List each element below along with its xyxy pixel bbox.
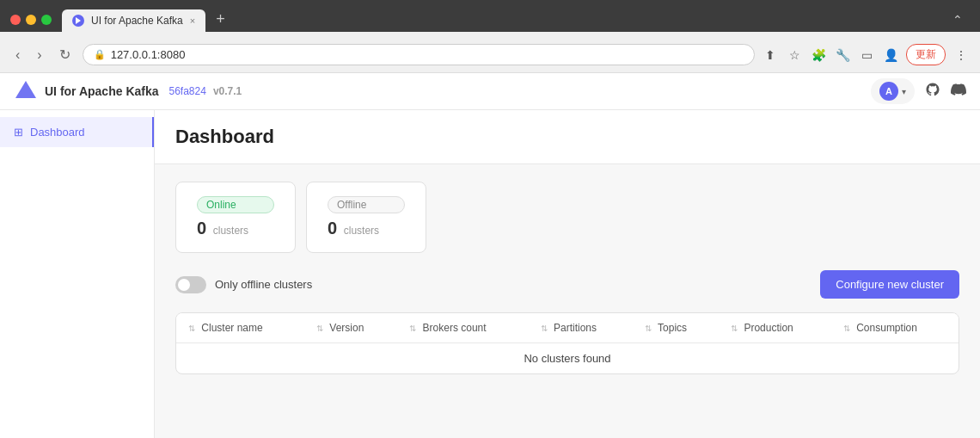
app-header: UI for Apache Kafka 56fa824 v0.7.1 A ▾: [0, 73, 980, 110]
stats-row: Online 0 clusters Offline 0 clusters: [175, 182, 959, 253]
col-partitions[interactable]: ⇅ Partitions: [529, 313, 633, 343]
app-body: ⊞ Dashboard Dashboard Online 0 clusters: [0, 110, 980, 438]
sort-icon-partitions: ⇅: [541, 324, 548, 333]
refresh-button[interactable]: ↻: [54, 45, 76, 65]
svg-marker-0: [76, 17, 81, 24]
table-header: ⇅ Cluster name ⇅ Version ⇅ Brokers count: [176, 313, 959, 343]
minimize-traffic-light[interactable]: [26, 15, 36, 25]
tab-title: UI for Apache Kafka: [91, 15, 183, 27]
app-version-number: v0.7.1: [213, 85, 242, 97]
header-right: A ▾: [871, 78, 966, 104]
discord-icon[interactable]: [951, 82, 966, 101]
online-badge: Online: [197, 196, 274, 213]
dashboard-icon: ⊞: [14, 126, 23, 139]
col-consumption[interactable]: ⇅ Consumption: [831, 313, 959, 343]
dashboard-body: Online 0 clusters Offline 0 clusters: [155, 164, 980, 392]
col-label-partitions: Partitions: [554, 322, 597, 334]
col-label-production: Production: [744, 322, 793, 334]
kafka-logo-icon: [14, 79, 38, 103]
browser-toolbar: ‹ › ↻ 🔒 127.0.0.1:8080 ⬆ ☆ 🧩 🔧 ▭ 👤 更新 ⋮: [0, 37, 980, 73]
forward-button[interactable]: ›: [32, 46, 46, 65]
browser-tabs: UI for Apache Kafka × +: [62, 7, 952, 32]
col-label-topics: Topics: [658, 322, 687, 334]
sidebar-toggle-icon[interactable]: ▭: [858, 46, 875, 64]
close-traffic-light[interactable]: [10, 15, 21, 25]
maximize-traffic-light[interactable]: [41, 15, 52, 25]
col-brokers-count[interactable]: ⇅ Brokers count: [397, 313, 528, 343]
table-body: No clusters found: [176, 343, 959, 374]
browser-titlebar: UI for Apache Kafka × + ⌃: [10, 7, 970, 32]
update-button[interactable]: 更新: [906, 44, 946, 65]
sort-icon-cluster-name: ⇅: [188, 324, 195, 333]
online-clusters-card: Online 0 clusters: [175, 182, 296, 253]
app-container: UI for Apache Kafka 56fa824 v0.7.1 A ▾ ⊞…: [0, 73, 980, 438]
col-production[interactable]: ⇅ Production: [719, 313, 831, 343]
address-text: 127.0.0.1:8080: [111, 48, 186, 61]
table-header-row: ⇅ Cluster name ⇅ Version ⇅ Brokers count: [176, 313, 959, 343]
security-lock-icon: 🔒: [94, 49, 106, 60]
clusters-table: ⇅ Cluster name ⇅ Version ⇅ Brokers count: [176, 313, 959, 373]
col-topics[interactable]: ⇅ Topics: [633, 313, 719, 343]
address-bar[interactable]: 🔒 127.0.0.1:8080: [83, 44, 755, 65]
more-options-icon[interactable]: ⋮: [952, 46, 970, 64]
empty-message: No clusters found: [176, 343, 959, 374]
active-tab[interactable]: UI for Apache Kafka ×: [62, 9, 205, 32]
sort-icon-consumption: ⇅: [843, 324, 850, 333]
offline-count: 0: [328, 219, 337, 238]
share-icon[interactable]: ⬆: [762, 46, 779, 64]
chevron-down-icon: ▾: [902, 87, 906, 96]
sort-icon-brokers: ⇅: [409, 324, 416, 333]
offline-badge: Offline: [328, 196, 405, 213]
configure-new-cluster-button[interactable]: Configure new cluster: [820, 270, 959, 299]
new-tab-button[interactable]: +: [209, 7, 232, 32]
online-count: 0: [197, 219, 206, 238]
svg-marker-1: [15, 81, 36, 98]
user-avatar: A: [879, 82, 898, 101]
empty-state-row: No clusters found: [176, 343, 959, 374]
col-label-consumption: Consumption: [856, 322, 917, 334]
controls-row: Only offline clusters Configure new clus…: [175, 270, 959, 299]
toggle-group: Only offline clusters: [175, 276, 312, 293]
github-icon[interactable]: [925, 82, 940, 101]
col-label-brokers: Brokers count: [423, 322, 487, 334]
page-title: Dashboard: [175, 126, 959, 148]
sort-icon-topics: ⇅: [645, 324, 652, 333]
sidebar: ⊞ Dashboard: [0, 110, 155, 438]
sidebar-item-label: Dashboard: [30, 126, 85, 139]
clusters-table-container: ⇅ Cluster name ⇅ Version ⇅ Brokers count: [175, 312, 959, 374]
col-cluster-name[interactable]: ⇅ Cluster name: [176, 313, 304, 343]
app-version-hash: 56fa824: [169, 85, 206, 97]
browser-chrome: UI for Apache Kafka × + ⌃: [0, 0, 980, 32]
app-name: UI for Apache Kafka: [45, 84, 159, 98]
toolbar-actions: ⬆ ☆ 🧩 🔧 ▭ 👤 更新 ⋮: [762, 44, 970, 65]
extension-puzzle-icon[interactable]: 🧩: [810, 46, 827, 64]
bookmark-icon[interactable]: ☆: [786, 46, 803, 64]
window-controls: ⌃: [952, 13, 970, 27]
online-label: clusters: [213, 225, 248, 237]
offline-clusters-card: Offline 0 clusters: [306, 182, 426, 253]
offline-label: clusters: [344, 225, 379, 237]
sidebar-item-dashboard[interactable]: ⊞ Dashboard: [0, 117, 154, 147]
tab-close-btn[interactable]: ×: [190, 15, 195, 26]
extension-icon[interactable]: 🔧: [834, 46, 851, 64]
col-version[interactable]: ⇅ Version: [304, 313, 397, 343]
col-label-cluster-name: Cluster name: [201, 322, 262, 334]
main-content: Dashboard Online 0 clusters Offline: [155, 110, 980, 438]
traffic-lights: [10, 15, 52, 25]
profile-icon[interactable]: 👤: [882, 46, 899, 64]
sort-icon-production: ⇅: [731, 324, 738, 333]
toggle-slider: [175, 276, 206, 293]
app-logo: UI for Apache Kafka 56fa824 v0.7.1: [14, 79, 242, 103]
page-header: Dashboard: [155, 110, 980, 164]
user-menu[interactable]: A ▾: [871, 78, 915, 104]
sort-icon-version: ⇅: [316, 324, 323, 333]
toggle-label: Only offline clusters: [215, 278, 312, 291]
back-button[interactable]: ‹: [10, 46, 25, 65]
col-label-version: Version: [329, 322, 364, 334]
tab-favicon: [72, 15, 84, 27]
offline-toggle[interactable]: [175, 276, 206, 293]
